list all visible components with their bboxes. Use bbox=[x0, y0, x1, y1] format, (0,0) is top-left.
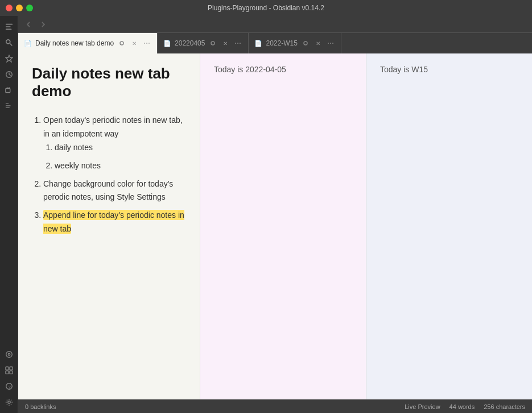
nav-bar bbox=[18, 16, 532, 33]
tab-weekly-icon: 📄 bbox=[254, 40, 262, 47]
list-item: Append line for today's periodic notes i… bbox=[43, 209, 186, 236]
sidebar-icon-filetree[interactable] bbox=[3, 20, 15, 33]
panel-left: Daily notes new tab demo Open today's pe… bbox=[18, 53, 200, 399]
tab-daily-label: 20220405 bbox=[175, 39, 205, 47]
sidebar-icon-tags[interactable] bbox=[3, 84, 15, 97]
list-item: daily notes bbox=[55, 141, 186, 155]
note-title: Daily notes new tab demo bbox=[32, 65, 186, 100]
sub-list: daily notes weekly notes bbox=[43, 141, 186, 173]
list-item-text: Open today's periodic notes in new tab, … bbox=[43, 115, 183, 138]
minimize-button[interactable] bbox=[16, 5, 23, 11]
status-words: 44 words bbox=[449, 403, 475, 410]
status-backlinks: 0 backlinks bbox=[25, 403, 56, 410]
svg-point-13 bbox=[6, 352, 12, 358]
sidebar-icon-blocks[interactable] bbox=[3, 364, 15, 377]
status-characters: 256 characters bbox=[484, 403, 525, 410]
sidebar-bottom: ? bbox=[3, 348, 15, 413]
back-button[interactable] bbox=[23, 19, 34, 30]
panels: Daily notes new tab demo Open today's pe… bbox=[18, 53, 532, 399]
sidebar-icon-help[interactable]: ? bbox=[3, 380, 15, 393]
tab-daily-pin[interactable] bbox=[208, 39, 217, 48]
tab-daily-icon: 📄 bbox=[163, 40, 171, 47]
sidebar-icon-star[interactable] bbox=[3, 52, 15, 65]
svg-rect-17 bbox=[5, 371, 8, 374]
tab-main-label: Daily notes new tab demo bbox=[35, 39, 114, 47]
svg-line-4 bbox=[10, 44, 12, 46]
list-item: Open today's periodic notes in new tab, … bbox=[43, 114, 186, 172]
svg-point-24 bbox=[304, 42, 307, 45]
tab-weekly-label: 2022-W15 bbox=[266, 39, 297, 47]
window-title: Plugins-Playground - Obsidian v0.14.2 bbox=[208, 4, 324, 12]
tab-daily[interactable]: 📄 20220405 ✕ ⋯ bbox=[158, 33, 249, 53]
tab-main-pin[interactable] bbox=[117, 39, 126, 48]
panel-center: Today is 2022-04-05 bbox=[200, 53, 366, 399]
sidebar-icon-settings[interactable] bbox=[3, 396, 15, 408]
tab-main-close[interactable]: ✕ bbox=[130, 39, 139, 48]
note-body: Open today's periodic notes in new tab, … bbox=[32, 114, 186, 236]
svg-point-22 bbox=[120, 42, 123, 45]
highlighted-text: Append line for today's periodic notes i… bbox=[43, 210, 184, 234]
tab-main[interactable]: 📄 Daily notes new tab demo ✕ ⋯ bbox=[18, 33, 158, 53]
forward-button[interactable] bbox=[38, 19, 49, 30]
panel-right-content: Today is W15 bbox=[366, 53, 532, 399]
sidebar-icon-recent[interactable] bbox=[3, 68, 15, 81]
svg-rect-11 bbox=[5, 105, 10, 106]
svg-text:?: ? bbox=[8, 385, 11, 390]
app-body: ? 📄 Daily notes new tab demo bbox=[0, 16, 532, 413]
svg-point-14 bbox=[8, 353, 10, 356]
close-button[interactable] bbox=[6, 5, 13, 11]
sidebar-icon-outline[interactable] bbox=[3, 100, 15, 113]
list-item-text: Change background color for today's pero… bbox=[43, 179, 173, 202]
svg-rect-18 bbox=[9, 371, 12, 374]
tab-weekly[interactable]: 📄 2022-W15 ✕ ⋯ bbox=[249, 33, 341, 53]
status-bar: 0 backlinks Live Preview 44 words 256 ch… bbox=[18, 399, 532, 413]
tab-daily-more[interactable]: ⋯ bbox=[233, 39, 242, 48]
maximize-button[interactable] bbox=[26, 5, 33, 11]
svg-rect-16 bbox=[9, 367, 12, 370]
list-item: weekly notes bbox=[55, 159, 186, 173]
panel-right: Today is W15 bbox=[366, 53, 532, 399]
tab-main-icon: 📄 bbox=[24, 40, 32, 47]
list-item-text: weekly notes bbox=[55, 161, 101, 170]
content-area: 📄 Daily notes new tab demo ✕ ⋯ 📄 2022040… bbox=[18, 16, 532, 413]
svg-rect-15 bbox=[5, 367, 8, 370]
status-live-preview[interactable]: Live Preview bbox=[405, 403, 440, 410]
panel-right-text: Today is W15 bbox=[380, 65, 518, 74]
list-item-text: daily notes bbox=[55, 143, 93, 152]
svg-rect-10 bbox=[5, 104, 8, 104]
svg-rect-7 bbox=[5, 89, 10, 93]
svg-rect-1 bbox=[5, 26, 10, 27]
tab-daily-close[interactable]: ✕ bbox=[221, 39, 230, 48]
svg-rect-12 bbox=[5, 108, 9, 108]
panel-left-content: Daily notes new tab demo Open today's pe… bbox=[18, 53, 200, 399]
tab-weekly-pin[interactable] bbox=[301, 39, 310, 48]
panel-center-content: Today is 2022-04-05 bbox=[200, 53, 366, 399]
sidebar-icon-graph[interactable] bbox=[3, 348, 15, 361]
note-list: Open today's periodic notes in new tab, … bbox=[32, 114, 186, 236]
svg-rect-0 bbox=[5, 24, 12, 25]
tab-main-more[interactable]: ⋯ bbox=[142, 39, 151, 48]
svg-point-21 bbox=[7, 401, 10, 403]
svg-point-3 bbox=[6, 40, 10, 44]
tab-weekly-close[interactable]: ✕ bbox=[314, 39, 323, 48]
sidebar: ? bbox=[0, 16, 18, 413]
traffic-lights bbox=[6, 5, 33, 11]
svg-marker-5 bbox=[5, 55, 12, 62]
list-item: Change background color for today's pero… bbox=[43, 177, 186, 205]
svg-point-23 bbox=[211, 42, 215, 45]
tab-weekly-more[interactable]: ⋯ bbox=[326, 39, 335, 48]
title-bar: Plugins-Playground - Obsidian v0.14.2 bbox=[0, 0, 532, 16]
sidebar-icon-search[interactable] bbox=[3, 36, 15, 49]
status-bar-right: Live Preview 44 words 256 characters bbox=[405, 403, 525, 410]
tab-bar: 📄 Daily notes new tab demo ✕ ⋯ 📄 2022040… bbox=[18, 33, 532, 53]
panel-center-text: Today is 2022-04-05 bbox=[214, 65, 352, 74]
svg-rect-2 bbox=[5, 29, 11, 30]
